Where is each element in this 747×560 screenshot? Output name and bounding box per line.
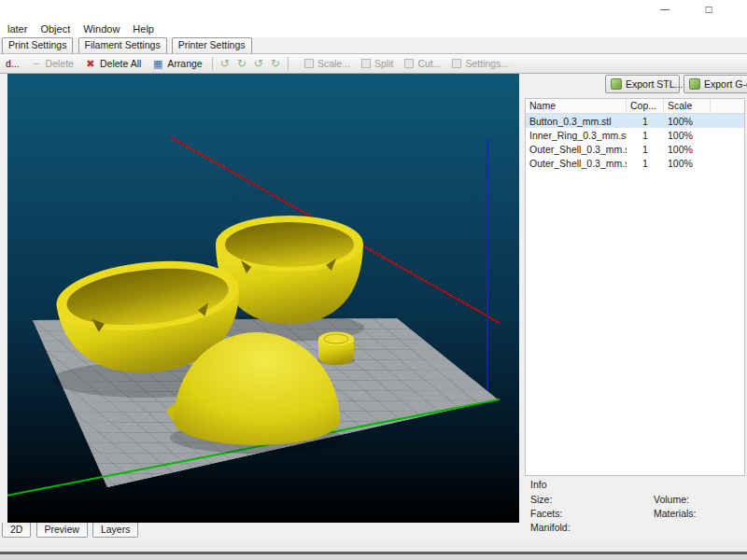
delete-all-icon: ✖ — [85, 58, 96, 69]
slicer-window: — □ later Object Window Help Print Setti… — [0, 0, 747, 560]
column-copies[interactable]: Cop... — [627, 99, 664, 113]
table-header: Name Cop... Scale — [526, 99, 744, 114]
export-stl-button[interactable]: Export STL... — [605, 75, 680, 93]
arrange-icon: ▦ — [152, 58, 163, 69]
3d-viewport[interactable] — [7, 74, 519, 523]
tab-2d[interactable]: 2D — [2, 523, 31, 538]
export-gcode-icon — [689, 78, 700, 90]
maximize-button[interactable]: □ — [685, 0, 732, 21]
size-label: Size: — [530, 494, 552, 505]
info-panel: Info Size: Volume: Facets: Materials: Ma… — [525, 478, 745, 548]
titlebar: — □ — [0, 0, 747, 21]
close-button[interactable] — [732, 0, 747, 21]
scale-icon — [304, 59, 314, 68]
tab-print-settings[interactable]: Print Settings — [2, 37, 73, 53]
scale-button[interactable]: Scale... — [300, 55, 355, 72]
settings-button[interactable]: Settings... — [447, 55, 514, 72]
info-title: Info — [530, 479, 547, 490]
tab-filament-settings[interactable]: Filament Settings — [78, 37, 167, 53]
menubar: later Object Window Help — [0, 21, 747, 37]
object-list-table: Name Cop... Scale Button_0.3_mm.stl 1 10… — [525, 98, 745, 476]
manifold-label: Manifold: — [530, 522, 571, 533]
cell-scale: 100% — [664, 114, 711, 128]
column-name[interactable]: Name — [526, 99, 627, 113]
table-row[interactable]: Outer_Shell_0.3_mm.stl 1 100% — [526, 142, 744, 156]
tab-layers[interactable]: Layers — [92, 523, 139, 538]
cut-button[interactable]: Cut... — [400, 55, 445, 72]
model-button[interactable] — [318, 332, 354, 366]
plater-toolbar: d... − Delete ✖ Delete All ▦ Arrange ↺ ↻… — [0, 54, 747, 74]
cell-scale: 100% — [664, 142, 711, 156]
toolbar-separator — [288, 57, 289, 71]
cut-label: Cut... — [417, 58, 441, 69]
cell-scale: 100% — [664, 128, 711, 142]
export-stl-label: Export STL... — [626, 78, 683, 90]
materials-label: Materials: — [654, 508, 697, 519]
add-button-partial[interactable]: d... — [1, 55, 24, 72]
view-tabbar: 2D Preview Layers — [0, 523, 519, 539]
cell-copies: 1 — [627, 142, 664, 156]
export-gcode-label: Export G-code... — [704, 78, 747, 90]
right-panel: Export STL... Export G-code... Name Cop.… — [519, 74, 747, 552]
settings-label: Settings... — [465, 58, 509, 69]
cell-copies: 1 — [627, 114, 664, 128]
rotate-ccw-45-button[interactable]: ↺ — [218, 55, 233, 72]
column-scale[interactable]: Scale — [664, 99, 711, 113]
settings-icon — [452, 59, 461, 68]
export-stl-icon — [611, 78, 622, 90]
toolbar-separator — [212, 57, 213, 71]
volume-label: Volume: — [654, 494, 689, 505]
delete-button[interactable]: − Delete — [26, 55, 78, 72]
arrange-label: Arrange — [167, 58, 202, 69]
delete-label: Delete — [46, 58, 74, 69]
cell-copies: 1 — [627, 128, 664, 142]
delete-all-button[interactable]: ✖ Delete All — [80, 55, 146, 72]
facets-label: Facets: — [530, 508, 562, 519]
table-row[interactable]: Inner_Ring_0.3_mm.stl 1 100% — [526, 128, 744, 142]
rotate-cw-45-button[interactable]: ↻ — [234, 55, 249, 72]
scale-label: Scale... — [317, 58, 350, 69]
rotate-cw-button[interactable]: ↻ — [268, 55, 283, 72]
cell-name: Outer_Shell_0.3_mm.stl — [526, 156, 627, 170]
delete-all-label: Delete All — [100, 58, 141, 69]
tab-printer-settings[interactable]: Printer Settings — [172, 37, 252, 53]
menu-window[interactable]: Window — [77, 22, 126, 35]
split-label: Split — [374, 58, 393, 69]
below-window-area — [0, 554, 747, 560]
export-gcode-button[interactable]: Export G-code... — [684, 75, 747, 93]
menu-help[interactable]: Help — [126, 22, 161, 35]
cell-copies: 1 — [627, 156, 664, 170]
cell-name: Inner_Ring_0.3_mm.stl — [526, 128, 627, 142]
delete-icon: − — [31, 58, 42, 69]
minimize-button[interactable]: — — [644, 0, 685, 21]
table-row[interactable]: Outer_Shell_0.3_mm.stl 1 100% — [526, 156, 744, 170]
cell-scale: 100% — [664, 156, 711, 170]
table-row[interactable]: Button_0.3_mm.stl 1 100% — [526, 114, 744, 128]
cell-name: Outer_Shell_0.3_mm.stl — [526, 142, 627, 156]
rotate-ccw-button[interactable]: ↺ — [251, 55, 266, 72]
split-icon — [361, 59, 371, 68]
menu-plater[interactable]: later — [1, 22, 34, 35]
tab-preview[interactable]: Preview — [36, 523, 88, 538]
arrange-button[interactable]: ▦ Arrange — [148, 55, 206, 72]
settings-tabbar: Print Settings Filament Settings Printer… — [0, 37, 747, 54]
3d-scene — [7, 74, 519, 523]
cut-icon — [404, 59, 414, 68]
split-button[interactable]: Split — [357, 55, 398, 72]
cell-name: Button_0.3_mm.stl — [526, 114, 627, 128]
menu-object[interactable]: Object — [34, 22, 77, 35]
